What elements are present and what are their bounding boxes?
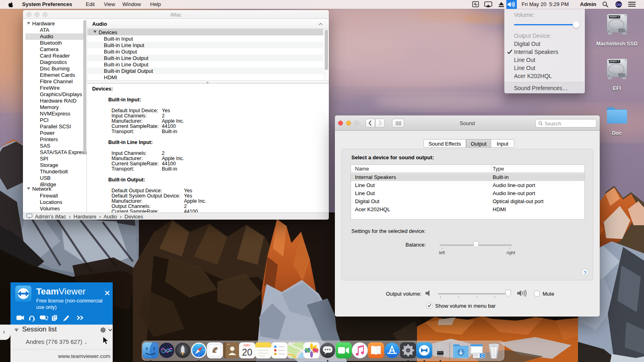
svg-text:20: 20 bbox=[242, 347, 252, 358]
svg-text:MAY: MAY bbox=[244, 343, 251, 347]
